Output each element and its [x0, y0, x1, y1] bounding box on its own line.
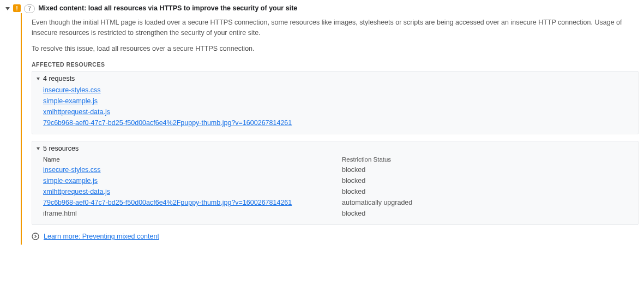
resource-name: iframe.html [43, 210, 332, 217]
request-link[interactable]: xmlhttprequest-data.js [43, 108, 110, 116]
resources-expand-toggle[interactable] [37, 147, 40, 150]
resource-status: blocked [342, 177, 634, 185]
requests-expand-toggle[interactable] [37, 78, 40, 80]
requests-group: 4 requests insecure-styles.css simple-ex… [32, 71, 639, 134]
resource-link[interactable]: xmlhttprequest-data.js [43, 188, 110, 195]
resource-status: blocked [342, 166, 634, 174]
column-name-header: Name [43, 156, 332, 163]
resources-group: 5 resources Name Restriction Status inse… [32, 141, 639, 225]
warning-icon: ! [13, 4, 21, 12]
resource-link[interactable]: simple-example.js [43, 177, 98, 185]
issue-title: Mixed content: load all resources via HT… [38, 4, 297, 12]
arrow-right-circle-icon [32, 233, 39, 240]
column-status-header: Restriction Status [342, 156, 634, 163]
requests-header: 4 requests [43, 75, 75, 82]
learn-more-link[interactable]: Learn more: Preventing mixed content [44, 233, 159, 240]
resource-status: automatically upgraded [342, 199, 634, 206]
resource-status: blocked [342, 210, 634, 217]
resource-status: blocked [342, 188, 634, 195]
affected-resources-label: AFFECTED RESOURCES [32, 61, 639, 68]
issue-count-badge: 7 [24, 4, 35, 13]
issue-description-1: Even though the initial HTML page is loa… [32, 17, 639, 38]
issue-description-2: To resolve this issue, load all resource… [32, 44, 639, 54]
expand-issue-toggle[interactable] [5, 7, 10, 10]
request-link[interactable]: simple-example.js [43, 97, 98, 105]
resources-header: 5 resources [43, 145, 79, 152]
request-link[interactable]: insecure-styles.css [43, 86, 101, 94]
resource-link[interactable]: 79c6b968-aef0-47c7-bd25-f50d00acf6e4%2Fp… [43, 199, 292, 206]
resource-link[interactable]: insecure-styles.css [43, 166, 101, 174]
request-link[interactable]: 79c6b968-aef0-47c7-bd25-f50d00acf6e4%2Fp… [43, 119, 292, 127]
svg-point-0 [32, 233, 39, 240]
